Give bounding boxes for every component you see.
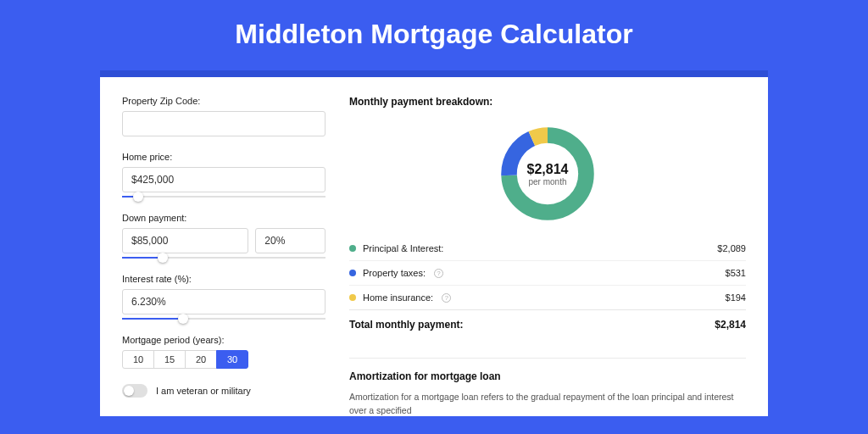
down-payment-label: Down payment: bbox=[122, 213, 326, 223]
slider-thumb[interactable] bbox=[158, 253, 168, 263]
total-row: Total monthly payment: $2,814 bbox=[349, 310, 746, 344]
legend-dot-icon bbox=[349, 270, 356, 276]
home-price-label: Home price: bbox=[122, 152, 326, 162]
total-value: $2,814 bbox=[715, 319, 746, 331]
results-column: Monthly payment breakdown: $2,814 per mo… bbox=[349, 96, 746, 416]
slider-fill bbox=[122, 318, 183, 320]
donut-amount: $2,814 bbox=[527, 162, 569, 177]
zip-label: Property Zip Code: bbox=[122, 96, 326, 106]
veteran-toggle[interactable] bbox=[122, 384, 147, 398]
info-icon[interactable]: ? bbox=[434, 269, 443, 278]
slider-fill bbox=[122, 257, 163, 259]
calculator-card: Property Zip Code: Home price: Down paym… bbox=[100, 77, 768, 416]
donut-center-label: $2,814 per month bbox=[527, 162, 569, 186]
zip-field: Property Zip Code: bbox=[122, 96, 326, 136]
period-button-group: 10 15 20 30 bbox=[122, 350, 326, 369]
legend-label: Property taxes: bbox=[363, 268, 426, 278]
legend-value: $531 bbox=[726, 268, 746, 278]
slider-thumb[interactable] bbox=[133, 192, 143, 202]
legend-label: Home insurance: bbox=[363, 292, 433, 303]
legend-row-taxes: Property taxes: ? $531 bbox=[349, 261, 746, 286]
inputs-column: Property Zip Code: Home price: Down paym… bbox=[122, 96, 326, 416]
home-price-field: Home price: bbox=[122, 152, 326, 198]
legend-dot-icon bbox=[349, 294, 356, 301]
period-option-10[interactable]: 10 bbox=[122, 350, 154, 369]
donut-chart-wrap: $2,814 per month bbox=[349, 120, 746, 236]
period-label: Mortgage period (years): bbox=[122, 335, 326, 345]
down-payment-amount-input[interactable] bbox=[122, 228, 248, 253]
home-price-slider[interactable] bbox=[122, 196, 326, 198]
legend-dot-icon bbox=[349, 245, 356, 252]
page-title: Middleton Mortgage Calculator bbox=[0, 0, 868, 70]
legend-value: $194 bbox=[726, 292, 746, 303]
period-field: Mortgage period (years): 10 15 20 30 bbox=[122, 335, 326, 369]
legend-label: Principal & Interest: bbox=[363, 243, 443, 253]
home-price-input[interactable] bbox=[122, 167, 326, 192]
breakdown-title: Monthly payment breakdown: bbox=[349, 96, 746, 108]
amortization-text: Amortization for a mortgage loan refers … bbox=[349, 391, 746, 416]
donut-chart: $2,814 per month bbox=[497, 123, 598, 225]
interest-slider[interactable] bbox=[122, 318, 326, 320]
interest-input[interactable] bbox=[122, 289, 326, 314]
zip-input[interactable] bbox=[122, 111, 326, 136]
info-icon[interactable]: ? bbox=[442, 293, 451, 303]
down-payment-field: Down payment: bbox=[122, 213, 326, 259]
total-label: Total monthly payment: bbox=[349, 319, 463, 331]
interest-label: Interest rate (%): bbox=[122, 274, 326, 284]
card-container: Property Zip Code: Home price: Down paym… bbox=[100, 70, 768, 416]
period-option-30[interactable]: 30 bbox=[216, 350, 248, 369]
down-payment-slider[interactable] bbox=[122, 257, 326, 259]
period-option-15[interactable]: 15 bbox=[153, 350, 186, 369]
legend-value: $2,089 bbox=[717, 243, 746, 253]
veteran-label: I am veteran or military bbox=[156, 386, 251, 396]
veteran-row: I am veteran or military bbox=[122, 384, 326, 398]
interest-field: Interest rate (%): bbox=[122, 274, 326, 320]
slider-thumb[interactable] bbox=[178, 314, 188, 324]
legend-row-principal: Principal & Interest: $2,089 bbox=[349, 236, 746, 261]
period-option-20[interactable]: 20 bbox=[185, 350, 217, 369]
legend-row-insurance: Home insurance: ? $194 bbox=[349, 286, 746, 310]
down-payment-pct-input[interactable] bbox=[255, 228, 326, 253]
donut-sub: per month bbox=[527, 177, 569, 186]
amortization-title: Amortization for mortgage loan bbox=[349, 358, 746, 382]
